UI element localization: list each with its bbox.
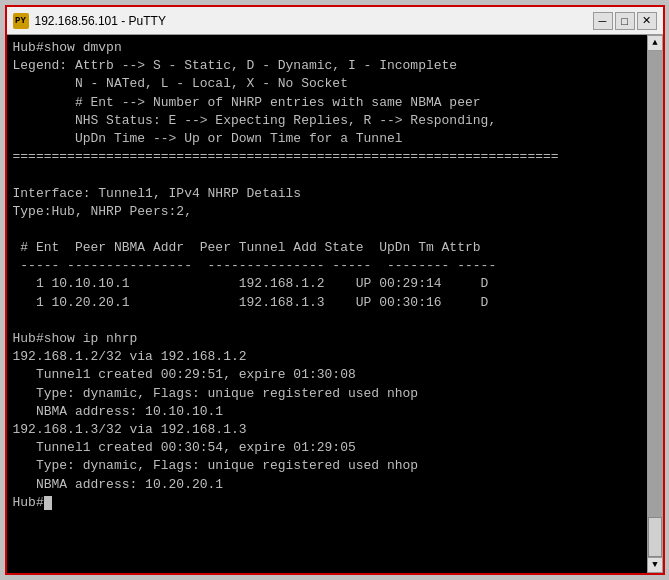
terminal-line-trow2: 1 10.20.20.1 192.168.1.3 UP 00:30:16 D [13, 295, 489, 310]
terminal-cursor [44, 496, 52, 510]
terminal-line-sep1: ========================================… [13, 149, 559, 164]
window-controls: ─ □ ✕ [593, 12, 657, 30]
terminal-line-legend1: Legend: Attrb --> S - Static, D - Dynami… [13, 58, 458, 73]
minimize-button[interactable]: ─ [593, 12, 613, 30]
app-icon: PY [13, 13, 29, 29]
terminal-line-thead: # Ent Peer NBMA Addr Peer Tunnel Add Sta… [13, 240, 481, 255]
terminal-line-trow1: 1 10.10.10.1 192.168.1.2 UP 00:29:14 D [13, 276, 489, 291]
terminal-line-cmd2: Hub#show ip nhrp [13, 331, 138, 346]
scrollbar-track [648, 51, 663, 557]
terminal-line-nhrp8: NBMA address: 10.20.20.1 [13, 477, 224, 492]
putty-window: PY 192.168.56.101 - PuTTY ─ □ ✕ Hub#show… [5, 5, 665, 575]
window-title: 192.168.56.101 - PuTTY [35, 14, 593, 28]
terminal-line-type: Type:Hub, NHRP Peers:2, [13, 204, 192, 219]
close-button[interactable]: ✕ [637, 12, 657, 30]
terminal-line-nhrp3: Type: dynamic, Flags: unique registered … [13, 386, 419, 401]
terminal-line-tdash: ----- ---------------- --------------- -… [13, 258, 497, 273]
restore-button[interactable]: □ [615, 12, 635, 30]
terminal-line-nhrp7: Type: dynamic, Flags: unique registered … [13, 458, 419, 473]
terminal-line-nhrp6: Tunnel1 created 00:30:54, expire 01:29:0… [13, 440, 356, 455]
terminal-line-cmd1: Hub#show dmvpn [13, 40, 122, 55]
terminal-line-legend2: N - NATed, L - Local, X - No Socket [13, 76, 348, 91]
terminal-area: Hub#show dmvpn Legend: Attrb --> S - Sta… [7, 35, 663, 573]
terminal-line-nhrp4: NBMA address: 10.10.10.1 [13, 404, 224, 419]
terminal-line-iface: Interface: Tunnel1, IPv4 NHRP Details [13, 186, 302, 201]
scrollbar-thumb[interactable] [648, 517, 662, 557]
terminal-line-prompt: Hub# [13, 495, 44, 510]
scroll-down-button[interactable]: ▼ [647, 557, 663, 573]
scroll-up-button[interactable]: ▲ [647, 35, 663, 51]
terminal-line-nhrp5: 192.168.1.3/32 via 192.168.1.3 [13, 422, 247, 437]
title-bar: PY 192.168.56.101 - PuTTY ─ □ ✕ [7, 7, 663, 35]
terminal-line-nhrp2: Tunnel1 created 00:29:51, expire 01:30:0… [13, 367, 356, 382]
terminal-line-nhrp1: 192.168.1.2/32 via 192.168.1.2 [13, 349, 247, 364]
terminal-output[interactable]: Hub#show dmvpn Legend: Attrb --> S - Sta… [7, 35, 647, 573]
terminal-line-legend3: # Ent --> Number of NHRP entries with sa… [13, 95, 481, 110]
terminal-line-legend4: NHS Status: E --> Expecting Replies, R -… [13, 113, 497, 128]
scrollbar: ▲ ▼ [647, 35, 663, 573]
terminal-line-legend5: UpDn Time --> Up or Down Time for a Tunn… [13, 131, 403, 146]
